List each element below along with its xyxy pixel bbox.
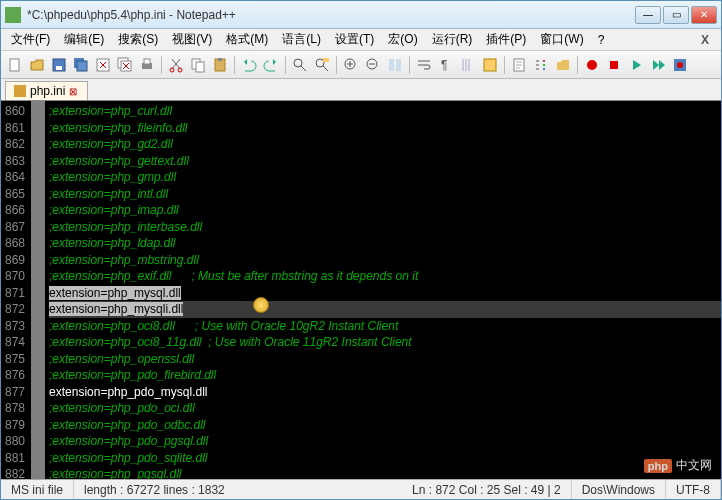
code-line[interactable]: ;extension=php_gd2.dll: [49, 136, 721, 153]
code-line[interactable]: ;extension=php_pgsql.dll: [49, 466, 721, 479]
line-number: 874: [5, 334, 25, 351]
menu-settings[interactable]: 设置(T): [329, 29, 380, 50]
close-all-icon[interactable]: [115, 55, 135, 75]
menu-edit[interactable]: 编辑(E): [58, 29, 110, 50]
maximize-button[interactable]: ▭: [663, 6, 689, 24]
editor[interactable]: 8608618628638648658668678688698708718728…: [1, 101, 721, 479]
tab-label: php.ini: [30, 84, 65, 98]
menu-window[interactable]: 窗口(W): [534, 29, 589, 50]
app-icon: [5, 7, 21, 23]
code-line[interactable]: ;extension=php_exif.dll ; Must be after …: [49, 268, 721, 285]
menu-close-x[interactable]: X: [693, 33, 717, 47]
sync-scroll-icon[interactable]: [385, 55, 405, 75]
separator: [336, 56, 337, 74]
code-line[interactable]: ;extension=php_pdo_pgsql.dll: [49, 433, 721, 450]
menu-view[interactable]: 视图(V): [166, 29, 218, 50]
play-multi-icon[interactable]: [648, 55, 668, 75]
watermark-text: 中文网: [676, 457, 712, 474]
line-number: 870: [5, 268, 25, 285]
open-file-icon[interactable]: [27, 55, 47, 75]
line-number: 872: [5, 301, 25, 318]
code-line[interactable]: ;extension=php_pdo_odbc.dll: [49, 417, 721, 434]
menu-file[interactable]: 文件(F): [5, 29, 56, 50]
indent-guide-icon[interactable]: [458, 55, 478, 75]
close-file-icon[interactable]: [93, 55, 113, 75]
code-line[interactable]: ;extension=php_gettext.dll: [49, 153, 721, 170]
tab-bar: php.ini ⊠: [1, 79, 721, 101]
line-number: 876: [5, 367, 25, 384]
line-number: 864: [5, 169, 25, 186]
code-line[interactable]: ;extension=php_pdo_oci.dll: [49, 400, 721, 417]
file-tab[interactable]: php.ini ⊠: [5, 81, 88, 100]
cursor-highlight-icon: [253, 297, 269, 313]
code-line[interactable]: ;extension=php_fileinfo.dll: [49, 120, 721, 137]
stop-macro-icon[interactable]: [604, 55, 624, 75]
menu-help[interactable]: ?: [592, 31, 611, 49]
code-line[interactable]: ;extension=php_mbstring.dll: [49, 252, 721, 269]
code-line[interactable]: ;extension=php_oci8.dll ; Use with Oracl…: [49, 318, 721, 335]
status-encoding[interactable]: UTF-8: [666, 480, 721, 499]
watermark: php 中文网: [644, 457, 712, 474]
code-line[interactable]: ;extension=php_pdo_sqlite.dll: [49, 450, 721, 467]
menu-search[interactable]: 搜索(S): [112, 29, 164, 50]
menu-format[interactable]: 格式(M): [220, 29, 274, 50]
code-line[interactable]: ;extension=php_gmp.dll: [49, 169, 721, 186]
line-number: 877: [5, 384, 25, 401]
cut-icon[interactable]: [166, 55, 186, 75]
zoom-out-icon[interactable]: [363, 55, 383, 75]
find-icon[interactable]: [290, 55, 310, 75]
status-length: length : 67272 lines : 1832: [74, 480, 402, 499]
code-line[interactable]: ;extension=php_ldap.dll: [49, 235, 721, 252]
svg-point-29: [587, 60, 597, 70]
code-line[interactable]: ;extension=php_pdo_firebird.dll: [49, 367, 721, 384]
menu-macro[interactable]: 宏(O): [382, 29, 423, 50]
code-line[interactable]: extension=php_mysqli.dll: [49, 301, 721, 318]
fold-margin[interactable]: [31, 101, 45, 479]
paste-icon[interactable]: [210, 55, 230, 75]
code-line[interactable]: extension=php_mysql.dll: [49, 285, 721, 302]
code-area[interactable]: ;extension=php_curl.dll;extension=php_fi…: [49, 101, 721, 479]
replace-icon[interactable]: [312, 55, 332, 75]
doc-map-icon[interactable]: [509, 55, 529, 75]
svg-rect-4: [77, 61, 87, 71]
menu-run[interactable]: 运行(R): [426, 29, 479, 50]
word-wrap-icon[interactable]: [414, 55, 434, 75]
code-line[interactable]: ;extension=php_openssl.dll: [49, 351, 721, 368]
line-number: 865: [5, 186, 25, 203]
show-all-chars-icon[interactable]: ¶: [436, 55, 456, 75]
svg-rect-0: [10, 59, 19, 71]
save-macro-icon[interactable]: [670, 55, 690, 75]
save-all-icon[interactable]: [71, 55, 91, 75]
new-file-icon[interactable]: [5, 55, 25, 75]
code-line[interactable]: ;extension=php_intl.dll: [49, 186, 721, 203]
play-macro-icon[interactable]: [626, 55, 646, 75]
copy-icon[interactable]: [188, 55, 208, 75]
folder-view-icon[interactable]: [553, 55, 573, 75]
close-button[interactable]: ✕: [691, 6, 717, 24]
minimize-button[interactable]: —: [635, 6, 661, 24]
user-lang-icon[interactable]: [480, 55, 500, 75]
menu-plugins[interactable]: 插件(P): [480, 29, 532, 50]
status-eol[interactable]: Dos\Windows: [572, 480, 666, 499]
code-line[interactable]: ;extension=php_oci8_11g.dll ; Use with O…: [49, 334, 721, 351]
save-icon[interactable]: [49, 55, 69, 75]
svg-rect-24: [484, 59, 496, 71]
zoom-in-icon[interactable]: [341, 55, 361, 75]
undo-icon[interactable]: [239, 55, 259, 75]
function-list-icon[interactable]: [531, 55, 551, 75]
code-line[interactable]: ;extension=php_imap.dll: [49, 202, 721, 219]
svg-rect-9: [144, 59, 150, 64]
code-line[interactable]: extension=php_pdo_mysql.dll: [49, 384, 721, 401]
svg-point-28: [543, 68, 545, 70]
code-line[interactable]: ;extension=php_curl.dll: [49, 103, 721, 120]
separator: [161, 56, 162, 74]
line-number: 881: [5, 450, 25, 467]
code-line[interactable]: ;extension=php_interbase.dll: [49, 219, 721, 236]
record-macro-icon[interactable]: [582, 55, 602, 75]
menu-language[interactable]: 语言(L): [276, 29, 327, 50]
status-bar: MS ini file length : 67272 lines : 1832 …: [1, 479, 721, 499]
tab-close-icon[interactable]: ⊠: [69, 86, 79, 96]
print-icon[interactable]: [137, 55, 157, 75]
window-title: *C:\phpedu\php5.4\php.ini - Notepad++: [27, 8, 635, 22]
redo-icon[interactable]: [261, 55, 281, 75]
